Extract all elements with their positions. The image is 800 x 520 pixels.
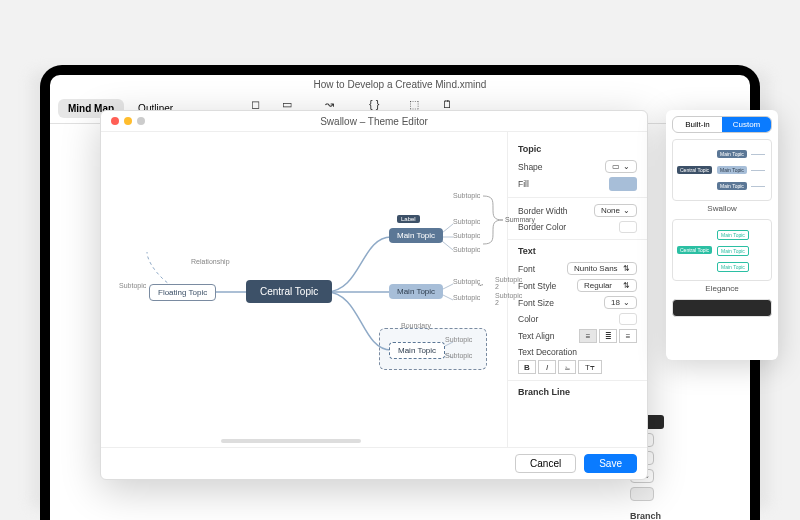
sub-3a: Subtopic (445, 336, 472, 343)
summary-label: Summary (505, 216, 535, 223)
segment-custom[interactable]: Custom (722, 117, 771, 132)
preview-canvas[interactable]: Subtopic Floating Topic Relationship Cen… (101, 132, 507, 447)
note-icon: 🗒 (439, 98, 455, 110)
theme-scope-segment: Built-in Custom (672, 116, 772, 133)
chevron-down-icon: ⌄ (623, 298, 630, 307)
section-text: Text (518, 246, 637, 256)
theme-thumb-elegance[interactable]: Central Topic Main Topic Main Topic Main… (672, 219, 772, 281)
segment-builtin[interactable]: Built-in (673, 117, 722, 132)
font-size-stepper[interactable]: 18 ⌄ (604, 296, 637, 309)
updown-icon: ⇅ (623, 264, 630, 273)
text-decoration-label: Text Decoration (518, 347, 577, 357)
theme-name-elegance: Elegance (672, 284, 772, 293)
fill-swatch[interactable] (609, 177, 637, 191)
shape-select[interactable]: ▭ ⌄ (605, 160, 637, 173)
section-topic: Topic (518, 144, 637, 154)
bg-swatch-sm[interactable] (630, 487, 654, 501)
fill-label: Fill (518, 179, 529, 189)
boundary-label: Boundary (401, 322, 431, 329)
sub2-2a: Subtopic 2 (495, 276, 522, 290)
font-size-label: Font Size (518, 298, 554, 308)
border-color-swatch[interactable] (619, 221, 637, 233)
subtopic-left-label: Subtopic (119, 282, 146, 289)
theme-thumb-swallow[interactable]: Central Topic Main Topic Main Topic Main… (672, 139, 772, 201)
font-style-label: Font Style (518, 281, 556, 291)
relationship-icon: ↝ (322, 98, 338, 110)
main-topic-node-3[interactable]: Main Topic (389, 342, 445, 359)
section-branch: Branch Line (518, 387, 637, 397)
text-decoration-group: B I ⎁ Tᴛ (518, 360, 602, 374)
font-label: Font (518, 264, 535, 274)
text-align-label: Text Align (518, 331, 554, 341)
themes-panel: Built-in Custom Central Topic Main Topic… (666, 110, 778, 360)
sub-1c: Subtopic (453, 232, 480, 239)
horizontal-scrollbar[interactable] (221, 439, 361, 443)
text-color-swatch[interactable] (619, 313, 637, 325)
summary-brace-2: } (478, 284, 484, 286)
italic-button[interactable]: I (538, 360, 556, 374)
theme-thumb-dark[interactable] (672, 299, 772, 317)
border-color-label: Border Color (518, 222, 566, 232)
floating-topic-node[interactable]: Floating Topic (149, 284, 216, 301)
shape-label: Shape (518, 162, 543, 172)
topic-icon: ◻ (247, 98, 263, 110)
main-topic-node-2[interactable]: Main Topic (389, 284, 443, 299)
sub-1d: Subtopic (453, 246, 480, 253)
sub-2a: Subtopic (453, 278, 480, 285)
align-left-button[interactable]: ≡ (579, 329, 597, 343)
text-align-group: ≡ ≣ ≡ (579, 329, 637, 343)
relationship-label: Relationship (191, 258, 230, 265)
caps-button[interactable]: Tᴛ (578, 360, 602, 374)
theme-name-swallow: Swallow (672, 204, 772, 213)
sub-2b: Subtopic (453, 294, 480, 301)
save-button[interactable]: Save (584, 454, 637, 473)
inspector-panel: Topic Shape▭ ⌄ Fill Border WidthNone ⌄ B… (507, 132, 647, 447)
bold-button[interactable]: B (518, 360, 536, 374)
summary-icon: { } (366, 98, 382, 110)
central-topic-node[interactable]: Central Topic (246, 280, 332, 303)
main-topic-node-1[interactable]: Main Topic (389, 228, 443, 243)
updown-icon: ⇅ (623, 281, 630, 290)
label-chip: Label (397, 215, 420, 223)
sub2-2b: Subtopic 2 (495, 292, 522, 306)
sub-1a: Subtopic (453, 192, 480, 199)
modal-titlebar: Swallow – Theme Editor (101, 111, 647, 132)
sub-1b: Subtopic (453, 218, 480, 225)
boundary-icon: ⬚ (406, 98, 422, 110)
theme-editor-modal: Swallow – Theme Editor Subtopic Floating… (100, 110, 648, 480)
align-center-button[interactable]: ≣ (599, 329, 617, 343)
align-right-button[interactable]: ≡ (619, 329, 637, 343)
chevron-down-icon: ⌄ (623, 162, 630, 171)
underline-button[interactable]: ⎁ (558, 360, 576, 374)
font-style-select[interactable]: Regular⇅ (577, 279, 637, 292)
cancel-button[interactable]: Cancel (515, 454, 576, 473)
font-select[interactable]: Nunito Sans⇅ (567, 262, 637, 275)
bg-branch-section: Branch (630, 511, 740, 520)
border-width-select[interactable]: None ⌄ (594, 204, 637, 217)
chevron-down-icon: ⌄ (623, 206, 630, 215)
border-width-label: Border Width (518, 206, 568, 216)
window-title: How to Develop a Creative Mind.xmind (50, 75, 750, 94)
sub-3b: Subtopic (445, 352, 472, 359)
modal-footer: Cancel Save (101, 447, 647, 479)
modal-title: Swallow – Theme Editor (101, 116, 647, 127)
subtopic-icon: ▭ (279, 98, 295, 110)
text-color-label: Color (518, 314, 538, 324)
